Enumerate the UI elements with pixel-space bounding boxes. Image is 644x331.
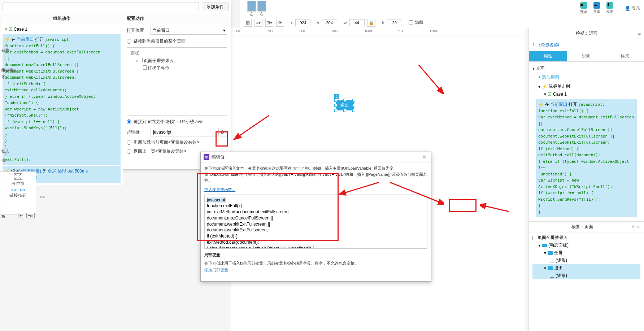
expression-textarea[interactable]: javascript: function exitFull() { var ex… [204,195,427,249]
h-input[interactable] [387,19,402,26]
case-node[interactable]: ▿☑ Case 1 [2,25,121,33]
action-open-link-right[interactable]: ⚡ 在 当前窗口 打开 javascript: function exitFul… [536,99,637,217]
outline-exit-node[interactable]: ▾ 退出 [532,264,640,272]
shape-name-input[interactable]: (矩形名称) [539,42,559,47]
lightning-icon: ⚡ [5,37,10,42]
radio-reload[interactable]: 重新加载当前页面<变量修改有效> [123,138,231,147]
preview-button[interactable]: ▶ 预览 [579,2,589,15]
add-page-icon[interactable]: +▫ [18,213,24,218]
page-tree-child[interactable]: 打扰了各位 [129,65,225,72]
resize-handle-se[interactable] [352,109,355,112]
tab-style[interactable]: 样式 [606,51,644,61]
inspector-tabs: 属性 说明 样式 [529,51,644,62]
login-button[interactable]: 👤 登录 [625,5,640,12]
outline-fullscreen-node[interactable]: ▾ 全屏 [532,249,640,257]
condition-input[interactable] [3,3,199,11]
share-button[interactable]: ☁ 共享 [592,2,602,15]
filter-icon[interactable]: ▽ [632,224,635,229]
resize-handle-sw[interactable] [334,109,337,112]
edge-frag-1: 链接 [0,47,11,54]
dialog-footer: 确定 [0,154,231,169]
y-input[interactable] [322,19,337,26]
folder-icon [548,251,553,255]
add-condition-button[interactable]: 添加条件 [202,3,229,11]
add-folder-icon[interactable]: +▭ [26,213,35,218]
rect-icon [550,274,554,278]
widget-palette: 占位符 BUTTON 链接按钮 [0,171,36,215]
resize-handle-s[interactable] [343,109,346,112]
rotate-button[interactable]: ⟳ [276,19,284,27]
hidden-checkbox[interactable] [409,20,413,25]
edge-frag-2: 组链接> [0,67,17,74]
page-tree-root[interactable]: ▿ 页面全屏效果js [129,57,225,65]
page-search-input[interactable] [129,49,225,57]
fx-button[interactable]: fx [218,128,227,136]
dynamic-panel-icon [542,244,547,247]
case-editor-dialog: 添加条件 组织动作 ▿☑ Case 1 ⚡ 在 当前窗口 打开 javascri… [0,0,231,170]
grid-options-button[interactable]: ▦ [244,19,252,27]
inspector-header: 检视：矩形 ▱ [529,28,644,39]
new-window-icon[interactable]: ▱ [638,31,641,36]
cloud-icon: ☁ [593,2,600,9]
list-options-button[interactable]: ≡▾ [254,19,262,27]
inspector-panel: 检视：矩形 ▱ 1 (矩形名称) 属性 说明 样式 ▾交互 + 添加用例 ▾⚡鼠… [528,28,644,331]
hyperlink-row: 超链接 fx [123,126,231,138]
modal-hint: 在下方编辑区输入文本，变量名称或表达式要写在 "[[" "]]" 中。例如：插入… [201,162,431,186]
resize-handle-w[interactable] [334,104,337,107]
new-window-icon[interactable]: ▱ [637,224,640,229]
tab-properties[interactable]: 属性 [529,51,567,61]
outline-header: 概要：页面 ▽ ▱ [529,221,644,232]
insert-variable-link[interactable]: 插入变量或函数... [201,186,431,193]
user-icon: 👤 [625,6,630,11]
action-open-link[interactable]: ⚡ 在 当前窗口 打开 javascript: function exitFul… [3,34,121,165]
h-coord: h: [382,19,402,26]
close-icon[interactable]: ✕ [421,153,428,161]
top-right-actions: ▶ 预览 ☁ 共享 ⬇ 发布 👤 登录 [579,2,640,15]
play-icon: ▶ [580,2,587,9]
placeholder-icon [14,173,22,180]
add-case-link[interactable]: + 添加用例 [532,73,640,82]
palette-footer-icons: +▫ +▭ [18,213,35,218]
outline-tree: 页面全屏效果js ▾ (动态面板) ▾ 全屏 (矩形) ▾ 退出 (矩形) [529,232,644,281]
radio-link-page[interactable]: 链接到当前项目的某个页面 [123,37,231,46]
button-widget[interactable]: BUTTON 链接按钮 [9,188,27,199]
ruler-v-500: 500 [40,195,45,199]
outline-page-node[interactable]: 页面全屏效果js [532,234,640,241]
modal-header: rp 编辑值 ✕ [201,152,431,162]
add-local-var-link[interactable]: 添加局部变量 [201,267,431,274]
align-button-group: 左 右 [247,1,266,17]
publish-button[interactable]: ⬇ 发布 [605,2,615,15]
organize-actions-header: 组织动作 [0,13,123,24]
placeholder-widget[interactable]: 占位符 [12,173,25,187]
lock-aspect-button[interactable]: 🔒 [367,19,375,27]
selection-badge: 1 [334,94,339,99]
resize-handle-nw[interactable] [334,99,337,102]
x-input[interactable] [295,19,310,26]
local-var-header: 局部变量 [201,250,431,260]
w-input[interactable] [349,19,365,26]
onclick-event[interactable]: ▾⚡鼠标单击时 [532,82,640,91]
open-position-combo[interactable]: 当前窗口▾ [151,26,227,35]
tab-notes[interactable]: 说明 [567,51,605,61]
hyperlink-input[interactable] [151,128,216,136]
outline-dp-node[interactable]: ▾ (动态面板) [532,241,640,249]
condition-row: 添加条件 [0,0,231,13]
outline-rect2-node[interactable]: (矩形) [532,272,640,279]
resize-handle-e[interactable] [352,104,355,107]
case1-node-right[interactable]: ▾☑Case 1 [532,91,640,97]
resize-handle-ne[interactable] [352,99,355,102]
secondary-toolbar: ▦ ≡▾ ⊞▾ ⟳ x: y: w: 🔒 h: 隐藏 [240,17,644,28]
align-options-button[interactable]: ⊞▾ [265,19,273,27]
local-var-hint: 在下方创建用于插入fx的局部变量，局部变量名称必须是字母、数字，不允许包含空格。 [201,260,431,267]
outline-rect1-node[interactable]: (矩形) [532,257,640,264]
config-actions-header: 配置动作 [123,13,231,24]
align-left-button[interactable]: 左 [247,1,256,17]
interaction-header[interactable]: ▾交互 [532,64,640,73]
lightning-icon: ⚡ [538,102,544,107]
resize-handle-n[interactable] [343,99,346,102]
horizontal-ruler: 600 700 800 900 1000 1100 1200 [231,28,525,35]
radio-link-url[interactable]: 链接到url或文件<例如：D:\小楼.avi> [123,117,231,126]
top-toolbar: 左 右 ▶ 预览 ☁ 共享 ⬇ 发布 👤 登录 [240,0,644,17]
edit-value-modal: rp 编辑值 ✕ 在下方编辑区输入文本，变量名称或表达式要写在 "[[" "]]… [200,152,431,282]
align-right-button[interactable]: 右 [257,1,266,17]
